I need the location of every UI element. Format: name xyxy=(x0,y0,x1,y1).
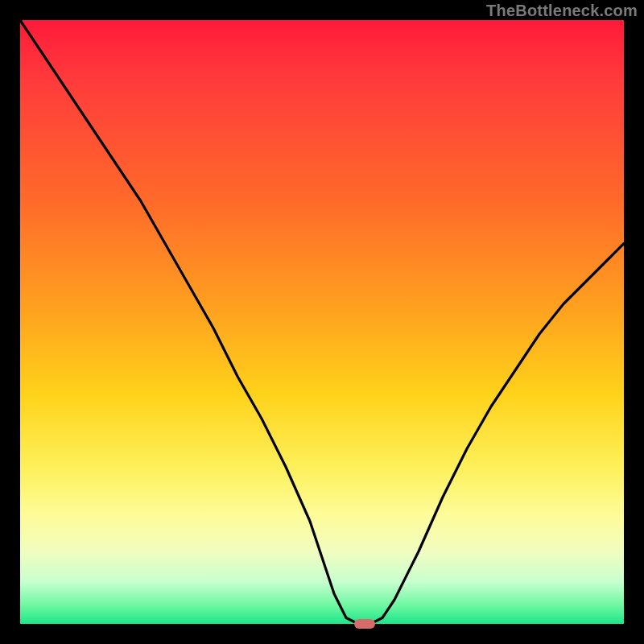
chart-frame: TheBottleneck.com xyxy=(0,0,644,644)
plot-gradient-background xyxy=(20,20,624,624)
attribution-watermark: TheBottleneck.com xyxy=(486,2,638,20)
